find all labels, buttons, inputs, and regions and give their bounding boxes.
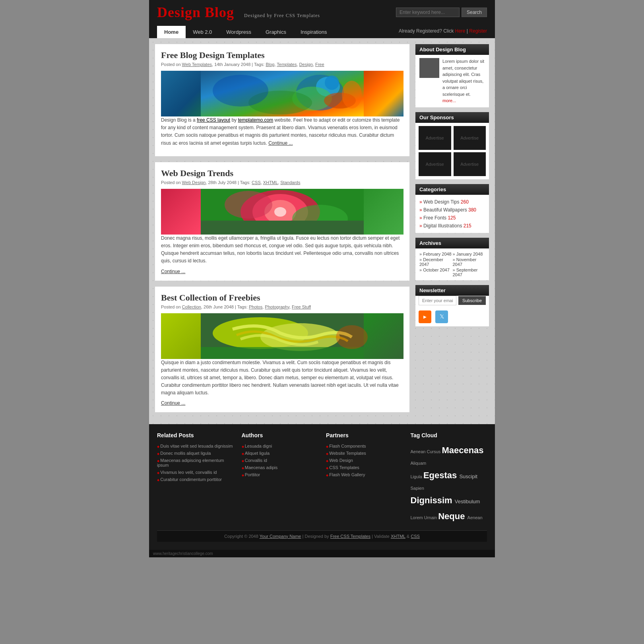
sponsor-4[interactable]: Advertise [454,152,486,176]
related-5-link[interactable]: Curabitur condimentum porttitor [160,477,222,482]
post-2: Web Design Trends Posted on Web Design, … [155,162,409,281]
categories-list: Web Design Tips 260 Beautiful Wallpapers… [415,195,489,233]
author-5-link[interactable]: Porttitor [245,472,260,477]
logo-accent: Blog [205,4,234,20]
related-4: Vivamus leo velit, convallis id [157,469,234,476]
newsletter-email-input[interactable] [419,296,456,305]
partner-2-link[interactable]: Website Templates [329,451,366,456]
post-3-meta: Posted on Collection, 26th June 2048 | T… [161,305,403,309]
post-1-title: Free Blog Design Templates [161,50,403,60]
post-3-body: Quisque in diam a justo condimentum mole… [161,359,403,397]
tag-vestibulum[interactable]: Vestibulum [455,499,480,504]
tag-urnain[interactable]: Urnain [424,515,438,520]
related-2-link[interactable]: Donec mollis aliquet ligula [160,451,211,456]
free-css-footer-link[interactable]: Free CSS Templates [330,534,370,539]
post-2-image-svg [161,189,403,235]
partner-5: Flash Web Gallery [326,471,403,478]
copyright-text: Copyright © 2048 [224,534,260,539]
post-3-meta-link[interactable]: Collection [182,305,201,309]
post-2-continue[interactable]: Continue ... [161,269,185,274]
post-1-continue[interactable]: Continue ... [268,140,293,146]
tag-aenean2[interactable]: Aenean [467,515,483,520]
svg-point-21 [336,325,368,349]
post-1-meta-link[interactable]: Web Templates [182,62,212,67]
twitter-icon[interactable]: 𝕏 [435,310,448,323]
partner-5-link[interactable]: Flash Web Gallery [329,472,365,477]
archive-nov2047[interactable]: November 2047 [453,257,485,267]
partner-2: Website Templates [326,450,403,457]
templatemo-link[interactable]: templatemo.com [238,117,273,123]
partner-4-link[interactable]: CSS Templates [329,465,359,470]
category-2-link[interactable]: Beautiful Wallpapers 380 [423,207,476,213]
partner-3-link[interactable]: Web Design [329,458,353,463]
author-5: Porttitor [242,471,318,478]
newsletter-widget-header: Newsletter [415,285,489,296]
search-button[interactable]: Search [462,8,487,17]
tag-egestas[interactable]: Egestas [423,470,460,480]
related-3: Maecenas adipiscing elementum ipsum [157,457,234,469]
register-link[interactable]: Register [469,28,487,34]
post-3: Best Collection of Freebies Posted on Co… [155,287,409,413]
tag-ligula[interactable]: Ligula [411,474,423,479]
category-4-link[interactable]: Digital Illustrations 215 [423,223,471,229]
related-1-link[interactable]: Duis vitae velit sed lesuada dignissim [160,444,233,448]
post-1-body: Design Blog is a free CSS layout by temp… [161,116,403,147]
related-4-link[interactable]: Vivamus leo velit, convallis id [160,470,217,475]
archive-jan2048[interactable]: January 2048 [453,252,485,256]
footer-related-list: Duis vitae velit sed lesuada dignissim D… [157,442,234,483]
author-2-link[interactable]: Aliquet ligula [245,451,270,456]
related-5: Curabitur condimentum porttitor [157,476,234,483]
sponsors-widget-header: Our Sponsors [415,112,489,123]
post-1-meta: Posted on Web Templates, 14th January 20… [161,62,403,67]
rss-icon[interactable]: ▸ [419,310,431,323]
subscribe-button[interactable]: Subscribe [458,296,486,305]
logo-area: Design Blog Designed by Free CSS Templat… [157,4,320,21]
xhtml-link[interactable]: XHTML [391,534,405,539]
post-2-image [161,189,403,235]
designed-by-text: | Designed by [301,534,330,539]
free-css-link[interactable]: free CSS layout [197,117,230,123]
sponsor-3[interactable]: Advertise [419,152,451,176]
archive-feb2048[interactable]: February 2048 [419,252,452,256]
tag-sapien[interactable]: Sapien [411,486,424,491]
category-3-link[interactable]: Free Fonts 125 [423,215,456,221]
post-2-meta-link[interactable]: Web Design [182,180,206,185]
search-input[interactable] [396,8,460,17]
archive-sep2047[interactable]: September 2047 [453,268,485,277]
here-link[interactable]: Here [455,28,466,34]
tag-neque[interactable]: Neque [438,511,467,521]
company-link[interactable]: Your Company Name [260,534,301,539]
author-3-link[interactable]: Convallis id [245,458,267,463]
category-1: Web Design Tips 260 [419,198,485,206]
css-link[interactable]: CSS [411,534,420,539]
nav-item-web20[interactable]: Web 2.0 [186,26,219,38]
partner-1-link[interactable]: Flash Components [329,444,366,448]
tag-lorem[interactable]: Lorem [411,515,424,520]
nav-item-home[interactable]: Home [157,26,186,38]
tag-cursus[interactable]: Cursus [427,449,442,454]
footer-authors-list: Lesuada digni Aliquet ligula Convallis i… [242,442,318,478]
tag-maecenas[interactable]: Maecenas [442,445,483,455]
post-3-continue[interactable]: Continue ... [161,400,185,406]
archive-oct2047[interactable]: October 2047 [419,268,452,277]
sponsor-1[interactable]: Advertise [419,126,451,150]
author-3: Convallis id [242,457,318,464]
nav-item-inspirations[interactable]: Inspirations [293,26,334,38]
related-3-link[interactable]: Maecenas adipiscing elementum ipsum [157,458,224,467]
bottom-bar: www.heritagechristiancollege.com [149,550,495,557]
about-more-link[interactable]: more... [442,98,456,103]
tag-suscipit[interactable]: Suscipit [459,473,477,479]
nav-item-wordpress[interactable]: Wordpress [219,26,258,38]
about-inner: Lorem ipsum dolor sit amet, consectetur … [419,58,485,104]
post-1: Free Blog Design Templates Posted on Web… [155,44,409,156]
sponsor-2[interactable]: Advertise [454,126,486,150]
svg-point-13 [274,207,286,217]
category-1-link[interactable]: Web Design Tips 260 [423,199,469,205]
archive-dec2047[interactable]: December 2047 [419,257,452,267]
author-1-link[interactable]: Lesuada digni [245,444,272,448]
tag-dignissim[interactable]: Dignissim [411,495,455,505]
nav-item-graphics[interactable]: Graphics [258,26,293,38]
tag-aliquam[interactable]: Aliquam [411,461,427,466]
author-4-link[interactable]: Maecenas adipis [245,465,278,470]
tag-aenean[interactable]: Aenean [411,449,427,454]
